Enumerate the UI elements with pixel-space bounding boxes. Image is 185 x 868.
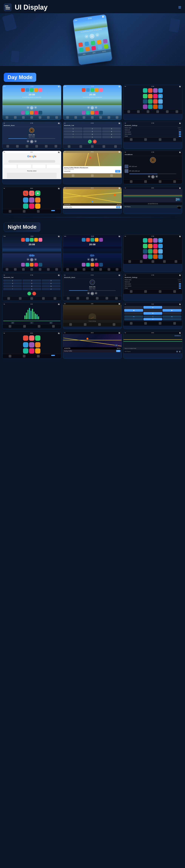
google-logo: Google bbox=[2, 153, 61, 159]
night-music-title: Bluetooth_Music bbox=[63, 276, 122, 279]
divider bbox=[4, 217, 181, 217]
prev-btn[interactable]: ⏮ bbox=[87, 106, 90, 109]
bottom-icon[interactable] bbox=[14, 116, 17, 119]
bottom-bar-2 bbox=[63, 115, 122, 120]
footer-spacer bbox=[0, 362, 185, 369]
play-btn[interactable]: ⏸ bbox=[90, 106, 94, 110]
header: UI Display ≡ bbox=[0, 0, 185, 13]
header-left: UI Display bbox=[4, 3, 48, 11]
waveform bbox=[2, 254, 61, 257]
hero-device: ●●● 20:08 ▊▌ A soothing blend of peacefu… bbox=[72, 14, 112, 65]
day-mode-grid: ●●●20:08▊▌ 20:08 A soothing blend of pea… bbox=[0, 85, 185, 184]
next-icon[interactable]: ⏭ bbox=[34, 106, 37, 109]
settings-title: Bluetooth_Settings bbox=[124, 124, 182, 127]
nav-hamburger-icon[interactable]: ≡ bbox=[178, 4, 181, 10]
night-food-screen: ●●9:33▊▌ Food & Dining bbox=[63, 303, 122, 329]
night-waze-dark: ●●18:33▊▌ ETA 18:18 ETA 9.0 mi Sunny Cof… bbox=[63, 332, 122, 359]
bottom-icon[interactable] bbox=[6, 116, 8, 119]
bottom-icon[interactable] bbox=[30, 116, 33, 119]
day-phone-screen: ●●17:46▊▌ Bluetooth_Call 1 2 3 4 5 6 7 8… bbox=[63, 122, 122, 149]
home-time: 20:08 bbox=[2, 92, 61, 96]
waze-place: Sunny Coffee Modern Restaurant bbox=[64, 167, 121, 168]
day-social-music: ●●17:46▊▌ SocialMusic 华平_好汉.mp3 华平_好汉_狂龙… bbox=[123, 151, 182, 184]
night-settings-title: Bluetooth_Settings bbox=[124, 276, 182, 279]
day-carplay-google: ●●9:41▊▌ Google Recently visited bbox=[2, 151, 61, 184]
nav-arrows: ▲ ◀ ▶ ▼ bbox=[124, 305, 182, 315]
bottom-icon[interactable] bbox=[47, 116, 50, 119]
hero-area: ●●● 20:08 ▊▌ A soothing blend of peacefu… bbox=[0, 13, 185, 66]
day-settings-screen: ●●17:46▊▌ Bluetooth_Settings Device name… bbox=[123, 122, 182, 149]
status-bar: ●●●20:08▊▌ bbox=[63, 85, 122, 88]
social-title: SocialMusic bbox=[124, 153, 182, 156]
phone-title: Bluetooth_Call bbox=[63, 124, 122, 127]
night-mode-label: Night Mode bbox=[4, 222, 41, 232]
night-mode-row2: ●●18:01▊▌ bbox=[0, 332, 185, 359]
go-button[interactable]: GO bbox=[115, 170, 121, 173]
day-mode-label: Day Mode bbox=[4, 73, 36, 82]
page-title: UI Display bbox=[15, 3, 48, 11]
day-home-2: ●●●20:08▊▌ 20:08 A soothing blend of pea… bbox=[63, 85, 122, 120]
bottom-icon[interactable] bbox=[39, 116, 41, 119]
play-icon[interactable]: ⏸ bbox=[30, 106, 33, 110]
hero-background: ●●● 20:08 ▊▌ A soothing blend of peacefu… bbox=[0, 13, 185, 66]
night-road-screen: ●●18:01▊▌ 10:18 ETA 9.0 mi Start on Coni… bbox=[123, 332, 182, 359]
playback-controls: ⏮ ⏸ ⏭ bbox=[2, 105, 61, 110]
night-carplay: ●●18:01▊▌ bbox=[2, 332, 61, 359]
night-home-1: ●●●20:08▊▌ 20:08 bbox=[2, 235, 61, 272]
night-music-screen: ●●17:46▊▌ Bluetooth_Music Music Title Mu… bbox=[63, 274, 122, 301]
night-phone-title: Bluetooth_Call bbox=[2, 276, 61, 279]
day-apps-grid: ●●17:46▊▌ BT bbox=[123, 85, 182, 120]
day-music-screen: ●●17:46▊▌ Bluetooth_Music Music Title Mu… bbox=[2, 122, 61, 149]
night-home-2: ●●●20:08▊▌ 20:08 bbox=[63, 235, 122, 272]
home-subtitle: A soothing blend of peaceful bbox=[2, 96, 61, 98]
day-waze-nav: ●●18:33▊▌ ! 18:18 ETA 9.0 mi Sunny Coffe… bbox=[63, 187, 122, 214]
music-screen-title: Bluetooth_Music bbox=[2, 124, 61, 127]
night-mode-grid: ●●●20:08▊▌ 20:08 bbox=[0, 235, 185, 329]
prev-icon[interactable]: ⏮ bbox=[27, 106, 29, 109]
day-waze-map: ●●18:33▊▌ Sunny Coffee Modern Restaurant… bbox=[63, 151, 122, 184]
night-settings-screen: ●●17:46▊▌ Bluetooth_Settings Device name… bbox=[123, 274, 182, 301]
night-navigation: ●●9:33▊▌ ▲ ◀ ▶ ▼ ◀◀ ■ ▶▶ + OK - bbox=[123, 303, 182, 329]
day-road-nav: ●●18:01▊▌ Start onConigue Rd 10:18 ETA 9… bbox=[123, 187, 182, 214]
night-apps-grid: ●●17:46▊▌ BT bbox=[123, 235, 182, 272]
bottom-icon[interactable] bbox=[55, 116, 58, 119]
day-mode-row2: ●●18:01▊▌ 📞 🎵 💬 bbox=[0, 187, 185, 214]
bottom-bar bbox=[2, 115, 61, 120]
night-equalizer: ●●9:33▊▌ ◀◀ ▶ bbox=[2, 303, 61, 329]
music-info: Music Title Music Album Music Artist bbox=[2, 134, 61, 138]
next-btn[interactable]: ⏭ bbox=[95, 106, 98, 109]
day-carplay-apps: ●●18:01▊▌ 📞 🎵 💬 bbox=[2, 187, 61, 214]
day-home-1: ●●●20:08▊▌ 20:08 A soothing blend of pea… bbox=[2, 85, 61, 120]
menu-icon[interactable] bbox=[4, 3, 12, 11]
bottom-icon[interactable] bbox=[22, 116, 25, 119]
night-phone-screen: ●●17:46▊▌ Bluetooth_Call 1 2 3 4 5 6 7 8… bbox=[2, 274, 61, 301]
status-bar: ●●●20:08▊▌ bbox=[2, 85, 61, 88]
